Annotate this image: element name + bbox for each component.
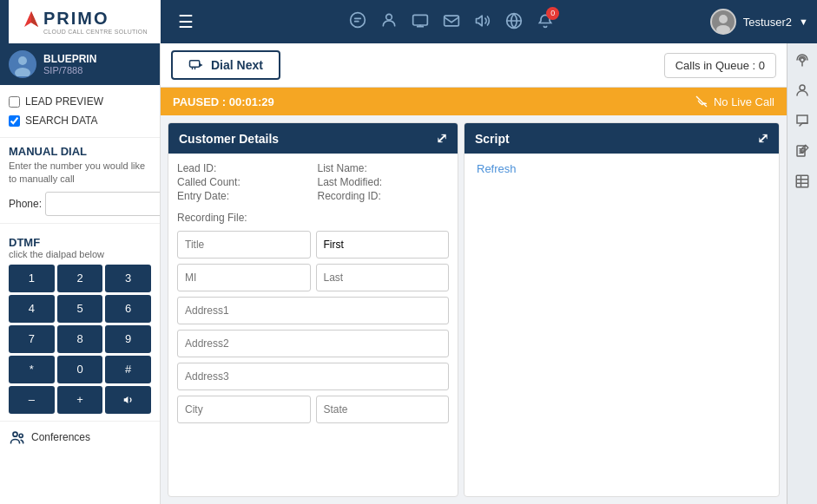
dial-next-button[interactable]: Dial Next bbox=[171, 50, 280, 80]
dtmf-section: DTMF click the dialpad below 1 2 3 4 5 6… bbox=[0, 224, 160, 422]
svg-rect-16 bbox=[190, 61, 200, 68]
right-sidebar-edit-icon[interactable] bbox=[794, 143, 810, 163]
refresh-link[interactable]: Refresh bbox=[473, 159, 520, 179]
customer-details-expand[interactable]: ⤢ bbox=[436, 130, 447, 147]
agent-sip: SIP/7888 bbox=[43, 65, 96, 75]
queue-info: Calls in Queue : 0 bbox=[664, 53, 776, 78]
notification-badge: 0 bbox=[546, 7, 559, 20]
svg-rect-5 bbox=[445, 16, 459, 26]
customer-details-header: Customer Details ⤢ bbox=[168, 123, 458, 154]
right-sidebar-table-icon[interactable] bbox=[794, 173, 810, 193]
script-body: Refresh bbox=[465, 154, 779, 496]
address2-row bbox=[177, 330, 449, 357]
list-name-label: List Name: bbox=[318, 162, 450, 174]
agent-info: BLUEPRIN SIP/7888 bbox=[0, 43, 160, 85]
dialpad-5[interactable]: 5 bbox=[57, 295, 103, 323]
chat-icon[interactable] bbox=[349, 11, 366, 33]
svg-point-15 bbox=[19, 434, 23, 437]
notification-icon[interactable]: 0 bbox=[537, 12, 554, 32]
search-data-item[interactable]: SEARCH DATA bbox=[9, 111, 151, 130]
dialpad-6[interactable]: 6 bbox=[105, 295, 151, 323]
dialpad-4[interactable]: 4 bbox=[9, 295, 55, 323]
svg-point-2 bbox=[351, 12, 366, 27]
svg-point-3 bbox=[386, 14, 392, 20]
logo-sub: CLOUD CALL CENTRE SOLUTION bbox=[43, 29, 148, 35]
address1-input[interactable] bbox=[177, 297, 449, 324]
dialpad-plus[interactable]: + bbox=[57, 386, 103, 414]
called-count-label: Called Count: bbox=[177, 176, 309, 188]
dtmf-desc: click the dialpad below bbox=[9, 249, 151, 259]
title-input[interactable] bbox=[177, 231, 311, 259]
dialpad-0[interactable]: 0 bbox=[57, 356, 103, 383]
header: PRIMO CLOUD CALL CENTRE SOLUTION ☰ 0 bbox=[0, 0, 817, 43]
user-icon[interactable] bbox=[380, 11, 398, 33]
search-data-checkbox[interactable] bbox=[9, 115, 20, 127]
status-text: PAUSED : 00:01:29 bbox=[173, 95, 274, 108]
city-input[interactable] bbox=[177, 396, 311, 423]
entry-date-label: Entry Date: bbox=[177, 190, 309, 202]
status-bar: PAUSED : 00:01:29 No Live Call bbox=[161, 88, 787, 115]
dialpad-hash[interactable]: # bbox=[105, 356, 151, 383]
detail-grid: Lead ID: List Name: Called Count: Last M… bbox=[177, 162, 449, 202]
dialpad-9[interactable]: 9 bbox=[105, 325, 151, 353]
svg-point-11 bbox=[18, 56, 27, 65]
last-input[interactable] bbox=[316, 264, 450, 291]
dialpad-minus[interactable]: – bbox=[9, 386, 55, 414]
address2-input[interactable] bbox=[177, 330, 449, 357]
svg-rect-22 bbox=[796, 175, 808, 187]
lead-id-label: Lead ID: bbox=[177, 162, 309, 174]
volume-icon[interactable] bbox=[474, 12, 491, 32]
no-live-call-icon bbox=[695, 95, 708, 108]
conferences-icon bbox=[9, 429, 26, 446]
logo-text: PRIMO bbox=[43, 9, 109, 29]
customer-details-panel: Customer Details ⤢ Lead ID: List Name: C… bbox=[168, 122, 458, 497]
dialpad-7[interactable]: 7 bbox=[9, 325, 55, 353]
state-input[interactable] bbox=[316, 396, 450, 423]
right-sidebar-antenna-icon[interactable] bbox=[794, 52, 810, 72]
conferences-section[interactable]: Conferences bbox=[0, 422, 160, 453]
script-title: Script bbox=[475, 132, 510, 146]
agent-details: BLUEPRIN SIP/7888 bbox=[43, 53, 96, 75]
dialpad-2[interactable]: 2 bbox=[57, 265, 103, 292]
recording-id-label: Recording ID: bbox=[318, 190, 450, 202]
customer-details-body: Lead ID: List Name: Called Count: Last M… bbox=[168, 154, 458, 496]
main-container: BLUEPRIN SIP/7888 LEAD PREVIEW SEARCH DA… bbox=[0, 43, 817, 504]
address3-input[interactable] bbox=[177, 363, 449, 390]
right-sidebar-person-icon[interactable] bbox=[794, 82, 810, 102]
right-sidebar-chat-icon[interactable] bbox=[794, 113, 810, 133]
manual-dial-title: MANUAL DIAL bbox=[9, 145, 151, 158]
lead-preview-item[interactable]: LEAD PREVIEW bbox=[9, 92, 151, 111]
manual-dial-desc: Enter the number you would like to manua… bbox=[9, 160, 151, 187]
customer-details-title: Customer Details bbox=[179, 132, 279, 146]
user-dropdown-arrow[interactable]: ▼ bbox=[799, 16, 808, 27]
dialpad-3[interactable]: 3 bbox=[105, 265, 151, 292]
svg-point-14 bbox=[13, 432, 17, 436]
no-live-call: No Live Call bbox=[695, 95, 774, 108]
dialpad-star[interactable]: * bbox=[9, 356, 55, 383]
monitor-icon[interactable] bbox=[412, 12, 429, 32]
header-right: Testuser2 ▼ bbox=[710, 9, 808, 35]
logo-icon bbox=[22, 10, 41, 29]
script-panel: Script ⤢ Refresh bbox=[464, 122, 780, 497]
lead-preview-section: LEAD PREVIEW SEARCH DATA bbox=[0, 85, 160, 138]
first-input[interactable] bbox=[316, 231, 450, 259]
lead-preview-checkbox[interactable] bbox=[9, 96, 20, 108]
script-header: Script ⤢ bbox=[465, 123, 779, 154]
phone-input[interactable] bbox=[45, 192, 161, 216]
menu-icon[interactable]: ☰ bbox=[178, 11, 194, 32]
script-expand[interactable]: ⤢ bbox=[757, 130, 768, 147]
agent-avatar bbox=[9, 50, 36, 78]
mi-input[interactable] bbox=[177, 264, 311, 291]
left-sidebar: BLUEPRIN SIP/7888 LEAD PREVIEW SEARCH DA… bbox=[0, 43, 161, 504]
dialpad-8[interactable]: 8 bbox=[57, 325, 103, 353]
address3-row bbox=[177, 363, 449, 390]
dialpad-volume[interactable] bbox=[105, 386, 151, 414]
svg-point-20 bbox=[800, 85, 805, 90]
panels: Customer Details ⤢ Lead ID: List Name: C… bbox=[161, 115, 787, 504]
email-icon[interactable] bbox=[443, 12, 460, 32]
globe-icon[interactable] bbox=[505, 12, 523, 32]
header-icons: 0 bbox=[204, 11, 700, 33]
dialpad-1[interactable]: 1 bbox=[9, 265, 55, 292]
dtmf-title: DTMF bbox=[9, 236, 151, 249]
title-first-row bbox=[177, 231, 449, 259]
